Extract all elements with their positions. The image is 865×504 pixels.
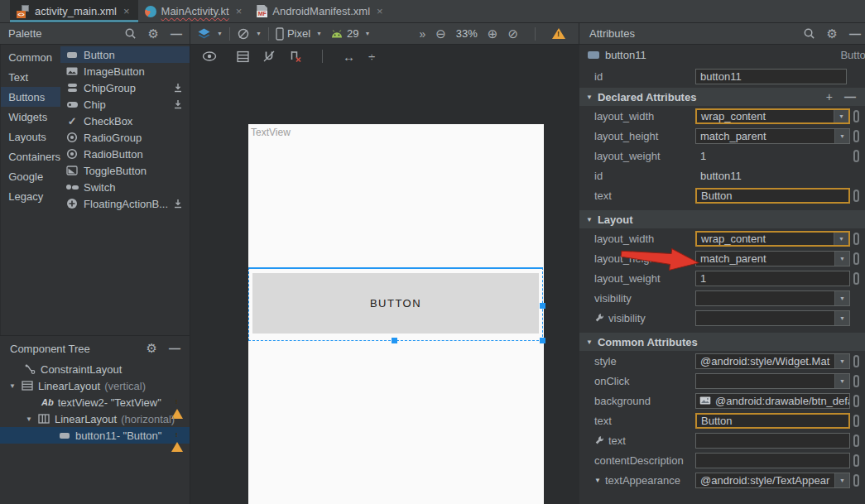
flag-indicator-icon[interactable]: [853, 252, 859, 265]
selected-linearlayout-bounds[interactable]: BUTTON: [248, 267, 543, 341]
flag-indicator-icon[interactable]: [853, 415, 859, 427]
infer-constraints-icon[interactable]: ↔: [343, 50, 355, 64]
category-buttons[interactable]: Buttons: [1, 87, 60, 107]
id-value[interactable]: button11: [695, 170, 742, 182]
resize-handle-corner[interactable]: [540, 338, 545, 343]
flag-indicator-icon[interactable]: [853, 375, 859, 387]
hide-panel-icon[interactable]: —: [849, 27, 860, 41]
chevron-down-icon[interactable]: ▼: [834, 110, 848, 122]
flag-indicator-icon[interactable]: [853, 454, 859, 467]
palette-item-button[interactable]: Button: [60, 46, 190, 63]
zoom-in-icon[interactable]: ⊕: [488, 26, 498, 41]
tools-visibility-combo[interactable]: ▼: [695, 310, 850, 326]
zoom-out-icon[interactable]: ⊖: [435, 26, 446, 41]
collapse-triangle-icon[interactable]: ▼: [594, 477, 601, 484]
device-selector[interactable]: Pixel ▼: [276, 27, 322, 41]
chevron-expanded-icon[interactable]: ▼: [25, 415, 33, 423]
api-selector[interactable]: 29 ▼: [330, 27, 370, 40]
autoconnect-off-magnet-icon[interactable]: [262, 50, 276, 63]
view-options-eye-icon[interactable]: [202, 51, 217, 61]
gear-icon[interactable]: ⚙: [147, 341, 157, 356]
collapse-triangle-icon[interactable]: ▼: [586, 94, 593, 101]
warning-icon[interactable]: [552, 28, 565, 39]
collapse-triangle-icon[interactable]: ▼: [586, 338, 593, 346]
default-margins-icon[interactable]: ÷: [368, 50, 375, 64]
layout-weight-input[interactable]: 1: [695, 271, 850, 286]
palette-item-radiobutton[interactable]: RadioButton: [60, 146, 190, 162]
gear-icon[interactable]: ⚙: [148, 26, 159, 41]
tree-node-textview2[interactable]: Ab textView2- "TextView": [0, 394, 190, 410]
category-legacy[interactable]: Legacy: [1, 186, 60, 206]
category-common[interactable]: Common: [1, 47, 60, 67]
hide-panel-icon[interactable]: —: [171, 27, 181, 41]
layout-width-combo[interactable]: wrap_content▼: [695, 108, 850, 124]
warning-icon[interactable]: [171, 430, 183, 452]
section-declared-attributes[interactable]: ▼ Declared Attributes + —: [579, 88, 865, 106]
search-icon[interactable]: [803, 27, 815, 40]
section-common-attributes[interactable]: ▼ Common Attributes: [579, 333, 865, 351]
clear-constraints-icon[interactable]: [289, 50, 302, 63]
tools-text-input[interactable]: [695, 433, 850, 449]
style-combo[interactable]: @android:style/Widget.Mat▼: [695, 353, 850, 369]
layout-height-combo[interactable]: match_parent▼: [695, 251, 850, 266]
close-icon[interactable]: ×: [236, 5, 243, 17]
flag-indicator-icon[interactable]: [853, 130, 859, 142]
chevron-down-icon[interactable]: ▼: [834, 129, 849, 143]
chevron-down-icon[interactable]: ▼: [834, 354, 849, 368]
search-icon[interactable]: [124, 27, 137, 40]
toolbar-overflow-icon[interactable]: »: [419, 27, 425, 41]
category-containers[interactable]: Containers: [1, 146, 60, 166]
palette-item-floatingactionbutton[interactable]: FloatingActionB...: [60, 195, 190, 212]
blueprint-grid-icon[interactable]: [237, 50, 249, 63]
layout-height-combo[interactable]: match_parent▼: [695, 128, 850, 144]
onclick-combo[interactable]: ▼: [695, 373, 850, 389]
palette-item-chip[interactable]: Chip: [60, 96, 190, 113]
tab-activity-main-xml[interactable]: <> activity_main.xml ×: [10, 0, 138, 22]
section-layout[interactable]: ▼ Layout: [579, 210, 865, 228]
palette-item-togglebutton[interactable]: ToggleButton: [60, 162, 190, 179]
category-widgets[interactable]: Widgets: [1, 107, 60, 127]
text-input[interactable]: Button: [695, 413, 850, 429]
chevron-expanded-icon[interactable]: ▼: [8, 382, 17, 390]
background-input[interactable]: @android:drawable/btn_defau: [695, 393, 850, 409]
chevron-down-icon[interactable]: ▼: [834, 473, 849, 487]
id-input[interactable]: button11: [695, 69, 847, 84]
tree-node-linearlayout-horizontal[interactable]: ▼ LinearLayout(horizontal): [0, 410, 190, 427]
textview-widget[interactable]: TextView: [251, 127, 291, 138]
chevron-down-icon[interactable]: ▼: [834, 311, 849, 325]
chevron-down-icon[interactable]: ▼: [834, 233, 848, 245]
layout-width-combo[interactable]: wrap_content▼: [695, 231, 850, 247]
text-input[interactable]: Button: [695, 188, 850, 204]
palette-item-radiogroup[interactable]: RadioGroup: [60, 129, 190, 146]
chevron-down-icon[interactable]: ▼: [834, 374, 849, 388]
palette-item-checkbox[interactable]: ✓ CheckBox: [60, 113, 190, 129]
flag-indicator-icon[interactable]: [853, 474, 859, 487]
collapse-triangle-icon[interactable]: ▼: [586, 216, 593, 223]
visibility-combo[interactable]: ▼: [695, 290, 850, 306]
flag-indicator-icon[interactable]: [853, 395, 859, 407]
zoom-to-fit-icon[interactable]: ⊘: [507, 26, 518, 41]
add-attribute-icon[interactable]: +: [826, 90, 833, 103]
category-google[interactable]: Google: [1, 166, 60, 186]
layout-weight-value[interactable]: 1: [695, 150, 706, 162]
palette-item-imagebutton[interactable]: ImageButton: [60, 63, 190, 79]
tree-node-linearlayout-vertical[interactable]: ▼ LinearLayout(vertical): [0, 377, 190, 394]
category-layouts[interactable]: Layouts: [1, 127, 60, 146]
tree-node-button11[interactable]: button11- "Button": [0, 427, 190, 444]
flag-indicator-icon[interactable]: [853, 434, 859, 447]
contentdescription-input[interactable]: [695, 453, 850, 468]
orientation-selector[interactable]: ▼: [237, 27, 262, 41]
flag-indicator-icon[interactable]: [853, 190, 859, 202]
close-icon[interactable]: ×: [377, 5, 383, 17]
tab-mainactivity-kt[interactable]: MainActivity.kt ×: [138, 0, 251, 22]
resize-handle-right[interactable]: [540, 303, 545, 309]
gear-icon[interactable]: ⚙: [827, 26, 838, 41]
flag-indicator-icon[interactable]: [853, 150, 859, 162]
palette-item-chipgroup[interactable]: ChipGroup: [60, 79, 190, 96]
chevron-down-icon[interactable]: ▼: [834, 252, 849, 266]
tab-androidmanifest-xml[interactable]: MF AndroidManifest.xml ×: [250, 0, 391, 22]
remove-attribute-icon[interactable]: —: [844, 90, 855, 103]
palette-item-switch[interactable]: Switch: [60, 179, 190, 195]
button-widget[interactable]: BUTTON: [252, 273, 539, 334]
category-text[interactable]: Text: [1, 67, 60, 87]
